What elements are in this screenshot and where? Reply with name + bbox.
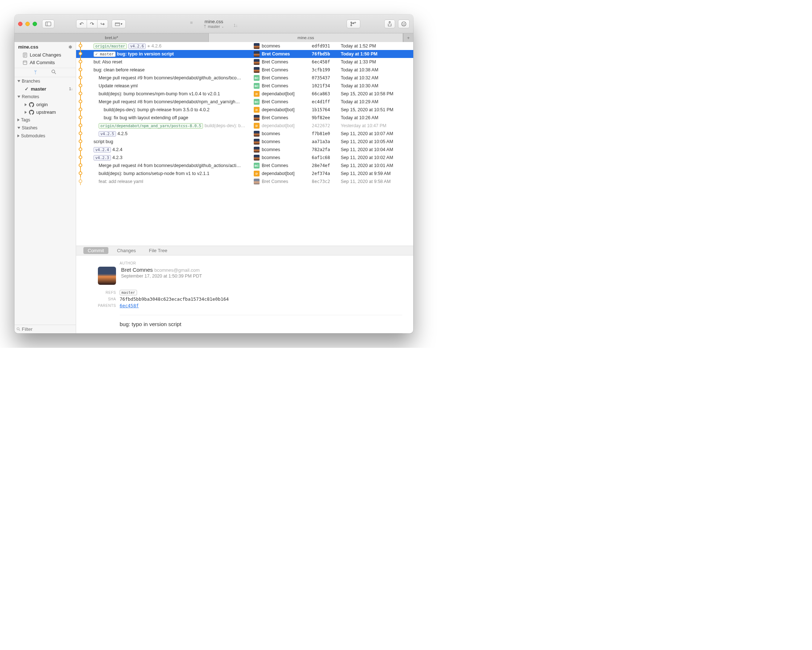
commit-row[interactable]: v4.2.4 4.2.4bcomnes782a2faSep 11, 2020 a… [76, 146, 413, 154]
svg-point-24 [79, 60, 82, 63]
commit-row[interactable]: bug: clean before releaseBret Comnes3cfb… [76, 66, 413, 74]
close-window-button[interactable] [18, 22, 23, 26]
tab-commit[interactable]: Commit [83, 247, 108, 254]
svg-point-7 [403, 23, 403, 24]
ref-tag[interactable]: origin/master [93, 44, 127, 49]
svg-point-54 [79, 180, 82, 183]
filter-input[interactable] [14, 325, 76, 333]
avatar [254, 179, 259, 184]
commit-row[interactable]: build(deps-dev): bump gh-release from 3.… [76, 106, 413, 114]
svg-point-28 [79, 76, 82, 79]
history-nav-group: ↶ ↷ ↪ [76, 20, 108, 28]
commit-row[interactable]: build(deps): bump bcomnes/npm-bump from … [76, 90, 413, 98]
maximize-window-button[interactable] [33, 22, 37, 26]
all-commits-item[interactable]: All Commits [14, 59, 76, 66]
svg-point-3 [351, 22, 352, 23]
commit-row[interactable]: feat: add release yamlBret Comnes8ec73c2… [76, 178, 413, 186]
avatar [254, 43, 259, 49]
stashes-section[interactable]: Stashes [14, 124, 76, 132]
tab-filetree[interactable]: File Tree [145, 247, 172, 254]
commit-row[interactable]: ✓ master bug: typo in version scriptBret… [76, 50, 413, 58]
svg-point-50 [79, 164, 82, 167]
remote-upstream[interactable]: upstream [14, 108, 76, 116]
commit-row[interactable]: origin/masterv4.2.6 ● 4.2.6bcomnesedfd93… [76, 42, 413, 50]
branch-indicator[interactable]: ᛘmaster⌄ [204, 24, 224, 29]
branches-section[interactable]: Branches [14, 77, 76, 85]
sidebar: mine.css ✻ Local Changes All Commits ᛘ B… [14, 42, 76, 333]
commit-row[interactable]: but: Also resetBret Comnes6ec458fToday a… [76, 58, 413, 66]
commit-row[interactable]: Merge pull request #4 from bcomnes/depen… [76, 161, 413, 170]
commit-row[interactable]: v4.2.5 4.2.5bcomnesf7b81e0Sep 11, 2020 a… [76, 130, 413, 138]
commit-row[interactable]: origin/dependabot/npm_and_yarn/postcss-8… [76, 122, 413, 130]
commit-row[interactable]: build(deps): bump actions/setup-node fro… [76, 170, 413, 178]
branch-view-icon[interactable]: ᛘ [34, 70, 37, 75]
svg-point-48 [79, 156, 82, 159]
repo-name: mine.css [18, 44, 38, 50]
document-tabs: bret.io* mine.css + [14, 33, 413, 42]
ref-tag[interactable]: v4.2.4 [93, 147, 111, 152]
remote-origin[interactable]: origin [14, 101, 76, 108]
search-icon[interactable] [52, 70, 56, 75]
parent-link[interactable]: 6ec458f [120, 303, 139, 308]
local-changes-item[interactable]: Local Changes [14, 51, 76, 59]
svg-point-26 [79, 68, 82, 71]
avatar [254, 131, 259, 137]
ref-tag[interactable]: origin/dependabot/npm_and_yarn/postcss-8… [99, 123, 203, 129]
svg-point-36 [79, 108, 82, 111]
repo-header: mine.css ✻ [14, 42, 76, 51]
svg-point-32 [79, 92, 82, 95]
filter-field[interactable] [22, 326, 73, 332]
commit-row[interactable]: Merge pull request #8 from bcomnes/depen… [76, 98, 413, 106]
commit-row[interactable]: Merge pull request #9 from bcomnes/depen… [76, 74, 413, 82]
branch-master[interactable]: ✓master 1↓ [14, 85, 76, 93]
new-tab-button[interactable]: + [403, 33, 413, 42]
svg-line-16 [54, 73, 56, 74]
minimize-window-button[interactable] [25, 22, 30, 26]
commit-row[interactable]: v4.2.3 4.2.3bcomnes6af1c68Sep 11, 2020 a… [76, 154, 413, 161]
app-window: ↶ ↷ ↪ ▾ ≡ mine.css ᛘmaster⌄ 1↓ + [14, 15, 413, 333]
svg-point-4 [351, 24, 352, 26]
content-area: origin/masterv4.2.6 ● 4.2.6bcomnesedfd93… [76, 42, 413, 333]
stash-button[interactable]: ▾ [111, 20, 126, 28]
commit-row[interactable]: bug: fix bug with layout extending off p… [76, 114, 413, 122]
ref-tag[interactable]: v4.2.5 [99, 131, 116, 137]
undo-button[interactable]: ↶ [76, 20, 87, 28]
svg-point-42 [79, 132, 82, 135]
avatar [254, 147, 259, 152]
sort-button[interactable]: 1↓ [234, 23, 238, 27]
sidebar-toggle-button[interactable] [42, 20, 54, 28]
avatar [254, 139, 259, 145]
svg-point-15 [52, 70, 55, 73]
ref-tag[interactable]: v4.2.6 [128, 44, 146, 49]
submodules-section[interactable]: Submodules [14, 132, 76, 140]
remotes-section[interactable]: Remotes [14, 93, 76, 101]
commit-message: bug: typo in version script [120, 315, 402, 333]
emoji-button[interactable] [398, 20, 410, 28]
commit-list: origin/masterv4.2.6 ● 4.2.6bcomnesedfd93… [76, 42, 413, 246]
ref-badge[interactable]: master [120, 290, 137, 295]
svg-point-6 [401, 22, 406, 26]
share-button[interactable] [384, 20, 395, 28]
tab-changes[interactable]: Changes [113, 247, 140, 254]
tab-bret-io[interactable]: bret.io* [14, 33, 209, 42]
avatar: D [254, 91, 259, 97]
svg-point-46 [79, 148, 82, 151]
avatar: D [254, 107, 259, 113]
gear-icon[interactable]: ✻ [69, 44, 72, 50]
svg-point-22 [79, 52, 82, 55]
commit-row[interactable]: script bugbcomnesaa71a3aSep 11, 2020 at … [76, 138, 413, 146]
svg-rect-2 [115, 23, 120, 26]
svg-rect-13 [23, 61, 27, 64]
ref-tag[interactable]: ✓ master [93, 52, 116, 57]
step-button[interactable]: ↪ [97, 20, 108, 28]
ref-tag[interactable]: v4.2.3 [93, 155, 111, 160]
commit-row[interactable]: Update release.ymlBCBret Comnes1021f34To… [76, 82, 413, 90]
svg-point-52 [79, 172, 82, 175]
svg-line-18 [19, 330, 20, 331]
author-avatar [98, 267, 116, 285]
redo-button[interactable]: ↷ [87, 20, 98, 28]
avatar [254, 115, 259, 121]
tab-mine-css[interactable]: mine.css [209, 33, 403, 42]
tags-section[interactable]: Tags [14, 116, 76, 124]
branch-button[interactable]: + [346, 20, 360, 28]
